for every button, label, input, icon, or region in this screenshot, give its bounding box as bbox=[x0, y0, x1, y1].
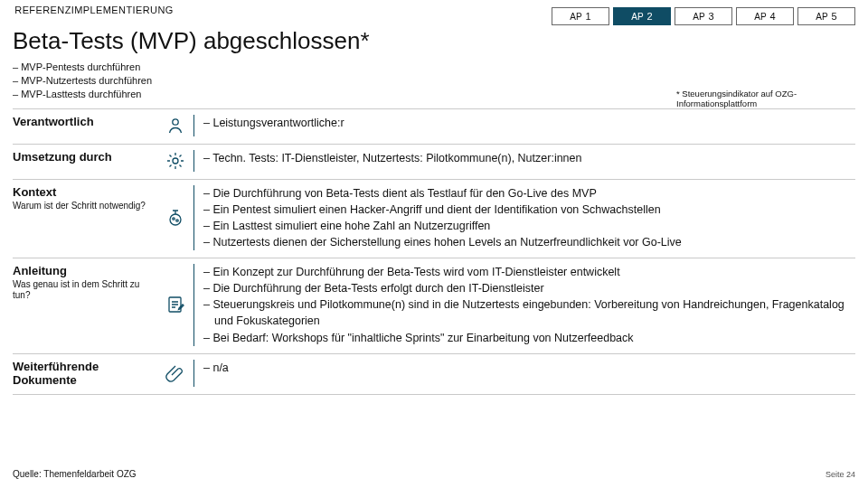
tab-ap4[interactable]: AP4 bbox=[736, 7, 794, 25]
row-item: Nutzertests dienen der Sicherstellung ei… bbox=[203, 234, 855, 250]
source-label: Quelle: Themenfeldarbeit OZG bbox=[13, 469, 137, 479]
svg-point-0 bbox=[173, 118, 178, 124]
row-item: n/a bbox=[203, 360, 855, 376]
detail-rows: Verantwortlich Leistungsverantwortliche:… bbox=[13, 108, 855, 395]
lab-icon bbox=[157, 185, 193, 251]
row-item: Bei Bedarf: Workshops für "inhaltliche S… bbox=[203, 330, 855, 346]
svg-point-2 bbox=[170, 214, 181, 225]
row-label: Kontext bbox=[13, 185, 157, 199]
row-docs: Weiterführende Dokumente n/a bbox=[13, 353, 855, 395]
tab-strip: AP1 AP2 AP3 AP4 AP5 bbox=[552, 7, 855, 25]
row-label: Umsetzung durch bbox=[13, 150, 157, 164]
page-number: Seite 24 bbox=[826, 470, 855, 479]
row-item: Die Durchführung der Beta-Tests erfolgt … bbox=[203, 280, 855, 296]
row-sublabel: Warum ist der Schritt notwendig? bbox=[13, 201, 157, 211]
tab-ap1[interactable]: AP1 bbox=[552, 7, 609, 25]
intro-bullet: MVP-Nutzertests durchführen bbox=[13, 74, 855, 88]
row-item: Ein Konzept zur Durchführung der Beta-Te… bbox=[203, 264, 855, 280]
row-item: Techn. Tests: IT-Dienstleister, Nutzerte… bbox=[203, 150, 855, 166]
edit-document-icon bbox=[157, 264, 193, 346]
person-icon bbox=[157, 115, 193, 136]
svg-point-4 bbox=[176, 220, 178, 221]
row-responsibility: Verantwortlich Leistungsverantwortliche:… bbox=[13, 108, 855, 144]
tab-ap2[interactable]: AP2 bbox=[613, 7, 671, 25]
row-item: Die Durchführung von Beta-Tests dient al… bbox=[203, 185, 855, 202]
page-title: Beta-Tests (MVP) abgeschlossen* bbox=[13, 27, 855, 55]
row-item: Steuerungskreis und Pilotkommune(n) sind… bbox=[203, 296, 855, 329]
row-label: Weiterführende Dokumente bbox=[13, 360, 157, 387]
svg-point-3 bbox=[173, 218, 175, 220]
svg-point-1 bbox=[173, 158, 178, 164]
intro-bullet: MVP-Pentests durchführen bbox=[13, 61, 855, 74]
footnote: * Steuerungsindikator auf OZG-Informatio… bbox=[676, 89, 848, 109]
row-item: Ein Lasttest simuliert eine hohe Zahl an… bbox=[203, 218, 855, 234]
row-guide: Anleitung Was genau ist in dem Schritt z… bbox=[13, 258, 855, 353]
row-context: Kontext Warum ist der Schritt notwendig?… bbox=[13, 179, 855, 258]
row-item: Ein Pentest simuliert einen Hacker-Angri… bbox=[203, 202, 855, 218]
header: REFERENZIMPLEMENTIERUNG AP1 AP2 AP3 AP4 … bbox=[13, 5, 855, 25]
paperclip-icon bbox=[157, 360, 193, 387]
row-execution: Umsetzung durch Techn. Tests: IT-Dienstl… bbox=[13, 144, 855, 179]
row-label: Verantwortlich bbox=[13, 115, 157, 128]
brand-label: REFERENZIMPLEMENTIERUNG bbox=[13, 5, 175, 16]
tab-ap3[interactable]: AP3 bbox=[675, 7, 732, 25]
row-item: Leistungsverantwortliche:r bbox=[203, 115, 855, 131]
tab-ap5[interactable]: AP5 bbox=[797, 7, 855, 25]
gear-person-icon bbox=[157, 150, 193, 172]
row-label: Anleitung bbox=[13, 264, 157, 277]
row-sublabel: Was genau ist in dem Schritt zu tun? bbox=[13, 279, 157, 301]
